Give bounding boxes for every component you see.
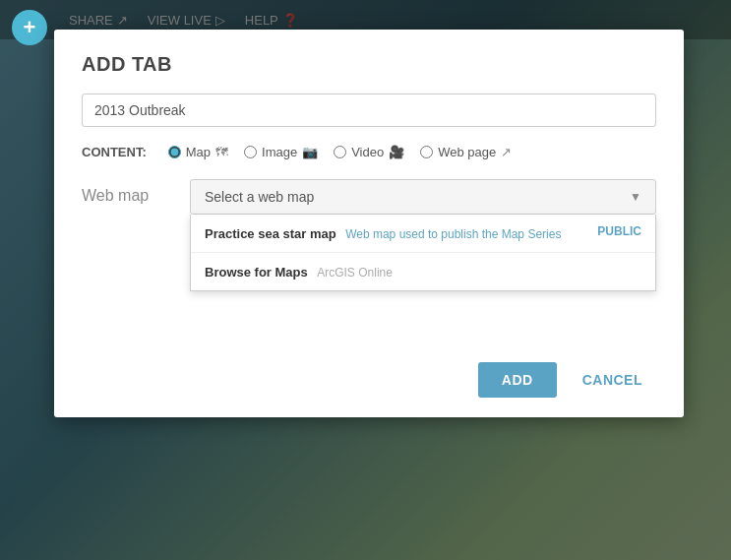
radio-webpage[interactable]: Web page ↗: [420, 145, 512, 159]
map-public-badge: PUBLIC: [597, 224, 641, 238]
radio-map[interactable]: Map 🗺: [168, 145, 228, 159]
radio-map-input[interactable]: [168, 146, 181, 158]
webmap-label: Web map: [82, 179, 170, 205]
browse-maps-label: Browse for Maps: [205, 265, 308, 280]
radio-video-label: Video: [351, 145, 384, 159]
map-icon: 🗺: [215, 145, 228, 159]
webmap-dropdown-container: Select a web map ▼ PUBLIC Practice sea s…: [190, 179, 656, 215]
webpage-icon: ↗: [501, 145, 512, 159]
webmap-section: Web map Select a web map ▼ PUBLIC Practi…: [82, 179, 656, 215]
content-type-row: CONTENT: Map 🗺 Image 📷 Video 🎥 Web page …: [82, 145, 656, 159]
modal-title: ADD TAB: [82, 53, 656, 76]
map-item-description: Web map used to publish the Map Series: [345, 227, 561, 241]
content-radio-group: Map 🗺 Image 📷 Video 🎥 Web page ↗: [168, 145, 512, 159]
webmap-dropdown-menu: PUBLIC Practice sea star map Web map use…: [190, 215, 656, 291]
radio-image-label: Image: [262, 145, 297, 159]
radio-video-input[interactable]: [334, 146, 346, 158]
radio-video[interactable]: Video 🎥: [334, 145, 404, 159]
radio-webpage-label: Web page: [438, 145, 496, 159]
plus-icon: +: [24, 15, 36, 40]
video-icon: 🎥: [389, 145, 404, 159]
map-item-name: Practice sea star map: [205, 226, 336, 241]
radio-map-label: Map: [186, 145, 211, 159]
dropdown-item-browse-maps[interactable]: Browse for Maps ArcGIS Online: [191, 253, 655, 290]
webmap-select-button[interactable]: Select a web map ▼: [190, 179, 656, 215]
dropdown-item-practice-map[interactable]: PUBLIC Practice sea star map Web map use…: [191, 215, 655, 253]
cancel-button[interactable]: CANCEL: [569, 362, 656, 398]
radio-webpage-input[interactable]: [420, 146, 433, 158]
browse-maps-source: ArcGIS Online: [317, 266, 393, 280]
webmap-select-placeholder: Select a web map: [205, 189, 314, 205]
radio-image-input[interactable]: [244, 146, 257, 158]
add-plus-button[interactable]: +: [12, 10, 47, 45]
add-tab-modal: ADD TAB CONTENT: Map 🗺 Image 📷 Video 🎥: [54, 30, 684, 417]
chevron-down-icon: ▼: [630, 190, 641, 204]
radio-image[interactable]: Image 📷: [244, 145, 318, 159]
tab-name-input[interactable]: [82, 93, 656, 127]
add-button[interactable]: ADD: [478, 362, 557, 398]
image-icon: 📷: [302, 145, 318, 159]
content-label: CONTENT:: [82, 145, 147, 159]
modal-footer: ADD CANCEL: [82, 362, 656, 398]
